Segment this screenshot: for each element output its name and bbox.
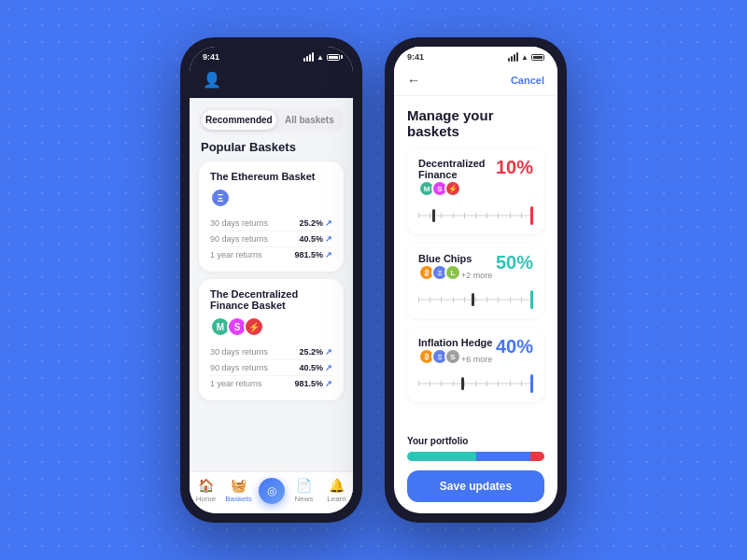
defi-slider[interactable] — [418, 206, 533, 225]
inflation-bm-top: Inflation Hedge ₿ Ξ S +6 more 40% — [418, 337, 533, 371]
defi-return-1y-val: 981.5% ↗ — [294, 379, 332, 388]
portfolio-seg-red — [530, 452, 544, 461]
arrow-up-icon-2: ↗ — [325, 234, 332, 244]
user-icon[interactable]: 👤 — [203, 71, 340, 89]
right-wifi-icon: ▲ — [521, 53, 529, 62]
defi-basket-name: The Decentralized Finance Basket — [210, 288, 332, 311]
inflation-slider[interactable] — [418, 374, 533, 393]
right-status-icons: ▲ — [508, 52, 544, 62]
bluechips-extra: +2 more — [461, 271, 492, 280]
defi-return-90-val: 40.5% ↗ — [299, 363, 332, 372]
defi-return-30-label: 30 days returns — [210, 347, 268, 357]
defi-basket-card[interactable]: The Decentralized Finance Basket M S ⚡ 3… — [199, 279, 344, 400]
eth-return-30: 30 days returns 25.2% ↗ — [210, 216, 332, 231]
nav-baskets[interactable]: 🧺 Baskets — [222, 478, 255, 504]
eth-return-90-label: 90 days returns — [210, 234, 268, 244]
tab-recommended[interactable]: Recommended — [202, 110, 276, 130]
right-phone: 9:41 ▲ ← Cancel Manage your baskets — [385, 37, 567, 523]
bluechips-slider-ticks — [418, 297, 533, 302]
defi-return-1y-label: 1 year returns — [210, 379, 262, 388]
cancel-button[interactable]: Cancel — [511, 75, 544, 86]
inflation-manage-coins: ₿ Ξ S — [418, 348, 458, 365]
left-phone: 9:41 ▲ 👤 Recommended All baskets — [180, 37, 362, 523]
baskets-icon: 🧺 — [231, 478, 247, 493]
nav-learn-label: Learn — [327, 495, 345, 503]
arrow-up-icon-4: ↗ — [325, 347, 332, 357]
bluechips-bm-top: Blue Chips ₿ Ξ L +2 more 50% — [418, 253, 533, 287]
defi-return-30-val: 25.2% ↗ — [299, 347, 332, 357]
left-content: Recommended All baskets Popular Baskets … — [190, 98, 353, 471]
eth-return-30-val: 25.2% ↗ — [299, 218, 332, 228]
inflation-slider-ticks — [418, 381, 533, 386]
nav-center[interactable]: ◎ — [255, 478, 288, 504]
left-header: 👤 — [190, 65, 353, 98]
inflation-coins-row: ₿ Ξ S +6 more — [418, 348, 492, 371]
defi-bm-top: Decentralized Finance M S ⚡ 10% — [418, 158, 533, 203]
inf-s-coin: S — [444, 348, 461, 365]
bluechips-manage-card: Blue Chips ₿ Ξ L +2 more 50% — [407, 244, 544, 318]
defi-slider-ticks — [418, 213, 533, 218]
nav-home-label: Home — [196, 495, 216, 503]
right-screen: 9:41 ▲ ← Cancel Manage your baskets — [394, 47, 557, 513]
bluechips-slider-thumb[interactable] — [472, 293, 474, 306]
right-time: 9:41 — [407, 52, 424, 62]
arrow-up-icon-6: ↗ — [325, 379, 332, 388]
arrow-up-icon-3: ↗ — [325, 250, 332, 259]
right-content: Manage your baskets Decentralized Financ… — [394, 96, 557, 513]
defi-manage-percent: 10% — [496, 158, 533, 176]
nav-news[interactable]: 📄 News — [288, 478, 320, 504]
tabs-row: Recommended All baskets — [199, 107, 344, 133]
defi-return-90: 90 days returns 40.5% ↗ — [210, 360, 332, 376]
back-button[interactable]: ← — [407, 73, 420, 88]
eth-return-90: 90 days returns 40.5% ↗ — [210, 231, 332, 247]
portfolio-section: Your portfolio Save updates — [407, 436, 544, 502]
ethereum-basket-name: The Ethereum Basket — [210, 171, 332, 182]
portfolio-seg-blue — [476, 452, 531, 461]
eth-coin-icon: Ξ — [210, 188, 231, 208]
defi-manage-coins: M S ⚡ — [418, 180, 496, 197]
home-icon: 🏠 — [198, 478, 214, 493]
defi-coin-3: ⚡ — [244, 316, 264, 337]
tab-all-baskets[interactable]: All baskets — [278, 110, 341, 130]
defi-return-30: 30 days returns 25.2% ↗ — [210, 344, 332, 360]
eth-return-90-val: 40.5% ↗ — [299, 234, 332, 244]
defi-slider-right-bar — [530, 206, 533, 225]
bluechips-slider[interactable] — [418, 290, 533, 309]
eth-return-1y: 1 year returns 981.5% ↗ — [210, 247, 332, 262]
defi-manage-name: Decentralized Finance — [418, 158, 496, 180]
eth-return-30-label: 30 days returns — [210, 218, 268, 228]
inflation-slider-thumb[interactable] — [461, 377, 464, 390]
inflation-manage-name: Inflation Hedge — [418, 337, 492, 348]
nav-home[interactable]: 🏠 Home — [190, 478, 222, 504]
bluechips-manage-coins: ₿ Ξ L — [418, 264, 458, 281]
bottom-nav: 🏠 Home 🧺 Baskets ◎ 📄 News 🔔 Learn — [190, 471, 353, 513]
nav-learn[interactable]: 🔔 Learn — [320, 478, 353, 504]
inflation-extra: +6 more — [461, 355, 492, 364]
right-header: ← Cancel — [394, 65, 557, 96]
learn-icon: 🔔 — [329, 478, 345, 493]
nav-baskets-label: Baskets — [225, 495, 251, 503]
inflation-manage-card: Inflation Hedge ₿ Ξ S +6 more 40% — [407, 328, 544, 402]
portfolio-bar — [407, 452, 544, 461]
save-updates-button[interactable]: Save updates — [407, 470, 544, 502]
defi-return-1y: 1 year returns 981.5% ↗ — [210, 376, 332, 391]
battery-icon — [327, 54, 340, 61]
defi-lightning-coin: ⚡ — [444, 180, 461, 197]
right-status-bar: 9:41 ▲ — [394, 47, 557, 65]
ethereum-coins: Ξ — [210, 188, 332, 208]
news-icon: 📄 — [296, 478, 312, 493]
eth-return-1y-label: 1 year returns — [210, 250, 262, 259]
popular-baskets-title: Popular Baskets — [199, 140, 344, 154]
inflation-manage-percent: 40% — [496, 337, 533, 356]
ethereum-basket-card[interactable]: The Ethereum Basket Ξ 30 days returns 25… — [199, 161, 344, 272]
eth-return-1y-val: 981.5% ↗ — [294, 250, 332, 259]
left-time: 9:41 — [203, 52, 219, 62]
ltc-coin: L — [444, 264, 461, 281]
defi-manage-card: Decentralized Finance M S ⚡ 10% — [407, 148, 544, 234]
left-status-icons: ▲ — [303, 52, 340, 62]
nav-news-label: News — [294, 495, 313, 503]
defi-slider-thumb[interactable] — [432, 209, 435, 222]
portfolio-seg-green — [407, 452, 476, 461]
center-nav-icon: ◎ — [259, 478, 285, 504]
left-screen: 9:41 ▲ 👤 Recommended All baskets — [190, 47, 353, 513]
